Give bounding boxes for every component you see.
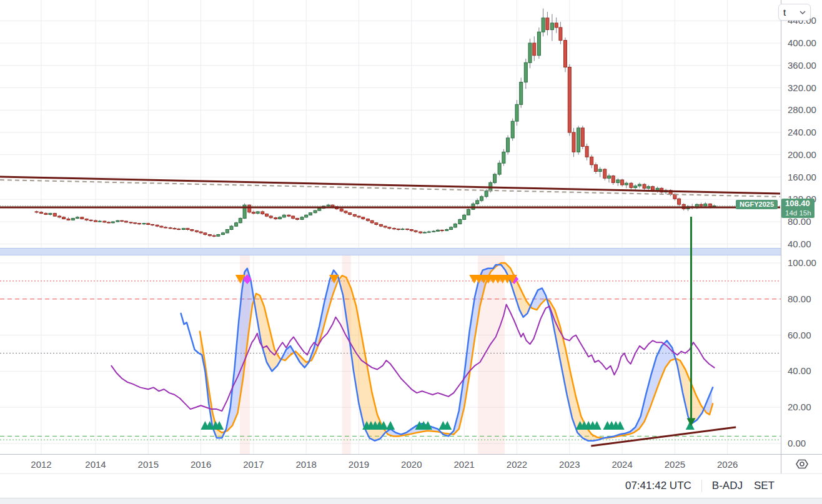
- oscillator-fill: [200, 332, 227, 438]
- year-label: 2015: [134, 459, 162, 470]
- candle-body: [58, 216, 61, 217]
- back-adjust-button[interactable]: B-ADJ: [712, 480, 743, 492]
- candle-body: [186, 229, 189, 230]
- chevron-down-icon: [800, 11, 806, 14]
- candle-body: [129, 222, 132, 223]
- candle-body: [594, 165, 597, 172]
- candle-body: [388, 227, 391, 229]
- candle-body: [199, 232, 202, 233]
- candle-body: [256, 212, 259, 214]
- candle-body: [98, 221, 101, 222]
- chart-main-area[interactable]: NGFY2025: [0, 0, 781, 454]
- candle-body: [598, 169, 602, 172]
- time-axis[interactable]: 2012201420152016201720182019202020212022…: [0, 454, 781, 473]
- candle-body: [511, 121, 514, 138]
- candle-body: [44, 214, 47, 215]
- candle-body: [550, 23, 553, 30]
- candle-body: [94, 220, 97, 222]
- candle-body: [173, 229, 176, 229]
- axis-settings-cell[interactable]: [781, 454, 822, 473]
- candle-body: [485, 191, 488, 197]
- candle-body: [524, 62, 527, 82]
- candle-body: [147, 224, 150, 225]
- candle-body: [708, 204, 711, 207]
- candle-body: [445, 230, 448, 231]
- candle-body: [437, 230, 440, 231]
- candle-body: [616, 180, 620, 183]
- year-label: 2022: [503, 459, 531, 470]
- candle-body: [269, 216, 272, 218]
- candle-body: [217, 235, 220, 237]
- candle-body: [393, 229, 396, 229]
- candle-body: [704, 204, 707, 206]
- candle-body: [349, 213, 352, 215]
- candle-body: [401, 229, 404, 230]
- candle-body: [177, 229, 181, 230]
- price-tick-label: 240.00: [788, 127, 816, 138]
- candle-body: [638, 184, 641, 186]
- bottom-strip: [0, 498, 822, 504]
- candle-body: [318, 209, 321, 211]
- year-label: 2025: [661, 459, 688, 470]
- axis-settings-gear-icon[interactable]: [795, 457, 809, 471]
- candle-body: [353, 214, 356, 216]
- candle-body: [630, 183, 633, 187]
- price-tick-label: 400.00: [788, 37, 816, 49]
- candle-body: [53, 214, 56, 217]
- candle-body: [274, 218, 277, 219]
- candle-body: [35, 212, 38, 212]
- candle-body: [124, 221, 127, 222]
- year-label: 2016: [187, 459, 215, 470]
- oscillator-tick-label: 80.00: [788, 294, 811, 305]
- candle-body: [138, 224, 141, 224]
- candle-body: [182, 229, 185, 230]
- candle-body: [261, 212, 264, 214]
- candle-body: [62, 217, 66, 219]
- candle-body: [151, 224, 154, 225]
- candle-body: [678, 199, 681, 204]
- candle-body: [103, 221, 106, 222]
- clock-timezone-button[interactable]: 07:41:42 UTC: [625, 480, 691, 492]
- fast-line: [181, 265, 713, 441]
- candle-body: [423, 232, 426, 233]
- candle-body: [533, 43, 536, 56]
- candle-body: [111, 222, 114, 223]
- candle-body: [528, 43, 532, 62]
- oscillator-fill: [676, 358, 704, 423]
- candle-body: [414, 230, 417, 232]
- symbol-name-text: NGFY2025: [740, 200, 774, 208]
- candle-body: [121, 220, 124, 221]
- candle-body: [559, 27, 562, 41]
- last-price-value: 108.40: [785, 199, 815, 209]
- symbol-name-label: NGFY2025: [736, 200, 778, 209]
- settlement-button[interactable]: SET: [754, 480, 775, 492]
- year-label: 2024: [608, 459, 636, 470]
- candle-body: [85, 219, 88, 220]
- candle-body: [265, 214, 269, 217]
- trading-chart-app: NGFY2025 108.40 14d 15h 440.00400.00360.…: [0, 0, 822, 504]
- candle-body: [164, 227, 167, 228]
- candle-body: [581, 128, 584, 147]
- candle-body: [507, 138, 510, 152]
- year-label: 2020: [398, 459, 425, 470]
- candle-body: [384, 226, 387, 227]
- candle-body: [375, 223, 378, 225]
- descending-resistance[interactable]: [0, 177, 780, 194]
- candle-body: [327, 205, 330, 206]
- candle-body: [480, 197, 483, 200]
- year-label: 2021: [450, 459, 478, 470]
- candle-body: [235, 223, 238, 226]
- price-axis[interactable]: 108.40 14d 15h 440.00400.00360.00320.002…: [781, 0, 822, 473]
- oscillator-fill: [387, 424, 442, 437]
- candle-body: [305, 215, 308, 217]
- candle-body: [476, 200, 479, 204]
- candle-body: [340, 209, 343, 211]
- candle-body: [568, 67, 571, 133]
- candle-body: [410, 230, 413, 231]
- candle-body: [467, 209, 470, 215]
- interval-quick-input[interactable]: t: [778, 4, 811, 21]
- candle-body: [603, 169, 607, 178]
- price-trendlines: [0, 177, 781, 207]
- candle-body: [432, 231, 435, 232]
- candle-body: [634, 186, 637, 188]
